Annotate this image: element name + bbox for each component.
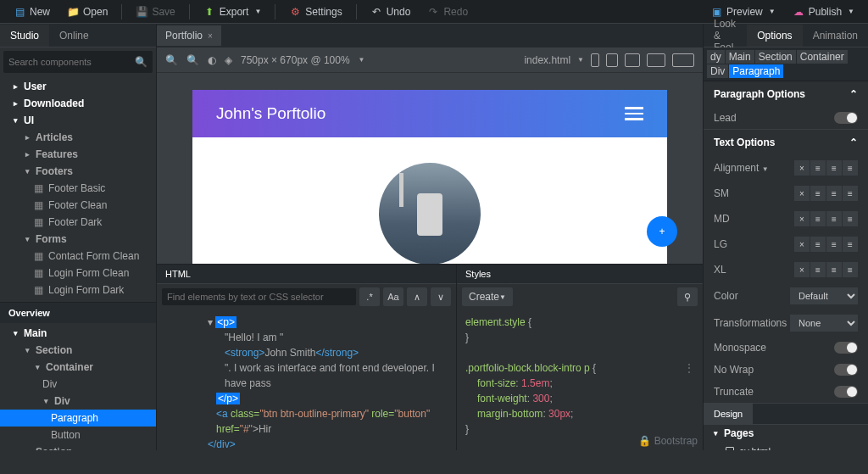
paragraph-options-hdr[interactable]: Paragraph Options⌃ [704, 81, 868, 107]
export-button[interactable]: ⬆Export▼ [197, 3, 269, 21]
ov-section[interactable]: ▾Section [0, 342, 156, 359]
design-tab[interactable]: Design [704, 404, 753, 424]
close-tab-icon[interactable]: × [208, 31, 213, 41]
crumb[interactable]: Div [707, 64, 728, 78]
prev-button[interactable]: ∧ [407, 287, 427, 306]
truncate-toggle[interactable] [834, 386, 858, 398]
device-laptop-icon[interactable] [625, 53, 640, 67]
html-code[interactable]: ▾ <p> "Hello! I am " <strong>John Smith<… [157, 309, 456, 450]
redo-button[interactable]: ↷Redo [420, 3, 475, 21]
save-button[interactable]: 💾Save [129, 3, 181, 21]
editor-area: Portfolio× 🔍 🔍 ◐ ◈ 750px × 670px @ 100%▼… [157, 24, 703, 450]
search-input[interactable] [8, 57, 135, 67]
contrast-icon[interactable]: ◐ [208, 54, 216, 66]
opt-sm: SM×≡≡≡ [704, 181, 868, 206]
transform-select[interactable]: None [790, 315, 858, 332]
new-button[interactable]: ▤New [7, 3, 57, 21]
fab-add-button[interactable]: + [647, 216, 677, 247]
regex-button[interactable]: .* [359, 287, 380, 306]
tree-downloaded[interactable]: ▸Downloaded [0, 95, 156, 112]
preview-navbar: John's Porftolio [192, 90, 667, 137]
tree-forms[interactable]: ▾Forms [0, 231, 156, 248]
tree-contact-clean[interactable]: ▦Contact Form Clean [0, 248, 156, 265]
html-panel-header[interactable]: HTML [157, 265, 456, 284]
create-button[interactable]: Create ▼ [462, 287, 513, 306]
align-none[interactable]: × [794, 160, 810, 176]
preview-avatar [379, 163, 481, 265]
tab-anim[interactable]: Animation [803, 25, 868, 47]
hamburger-icon[interactable] [625, 107, 643, 120]
filter-button[interactable]: ⚲ [677, 287, 698, 306]
color-select[interactable]: Default [790, 287, 858, 304]
device-wide-icon[interactable] [672, 53, 694, 67]
zoom-out-icon[interactable]: 🔍 [165, 54, 178, 66]
tree-user[interactable]: ▸User [0, 78, 156, 95]
chevron-down-icon[interactable]: ▼ [577, 56, 584, 64]
doc-name[interactable]: index.html [524, 54, 570, 66]
ov-paragraph[interactable]: Paragraph [0, 410, 156, 427]
overview-header[interactable]: Overview [0, 302, 156, 323]
tree-footers[interactable]: ▾Footers [0, 163, 156, 180]
design-pages[interactable]: ▾Pages [704, 425, 868, 442]
tree-features[interactable]: ▸Features [0, 146, 156, 163]
mono-toggle[interactable] [834, 342, 858, 354]
file-icon [726, 447, 734, 450]
device-desktop-icon[interactable] [647, 53, 665, 67]
ov-container[interactable]: ▾Container [0, 359, 156, 376]
right-panel: Look & Feel Options Animation dy Main Se… [703, 24, 868, 450]
crumb-active[interactable]: Paragraph [729, 64, 783, 78]
tab-online[interactable]: Online [49, 25, 99, 47]
ov-main[interactable]: ▾Main [0, 325, 156, 342]
file-cv[interactable]: cv.html [704, 443, 868, 450]
preview-canvas[interactable]: John's Porftolio [192, 90, 667, 264]
crumb[interactable]: dy [707, 50, 725, 64]
doc-tab-portfolio[interactable]: Portfolio× [157, 25, 221, 46]
tab-options[interactable]: Options [747, 25, 802, 47]
layers-icon[interactable]: ◈ [225, 54, 232, 66]
undo-button[interactable]: ↶Undo [364, 3, 418, 21]
tab-studio[interactable]: Studio [0, 25, 49, 47]
sidebar-tabs: Studio Online [0, 24, 156, 47]
tree-footer-basic[interactable]: ▦Footer Basic [0, 180, 156, 197]
ov-button[interactable]: Button [0, 427, 156, 443]
tree-login-clean[interactable]: ▦Login Form Clean [0, 265, 156, 282]
bootstrap-label: 🔒Bootstrap [638, 435, 698, 447]
find-input[interactable] [162, 288, 356, 305]
component-search[interactable]: 🔍 [3, 51, 153, 73]
device-phone-icon[interactable] [591, 53, 599, 67]
tree-footer-clean[interactable]: ▦Footer Clean [0, 197, 156, 214]
align-group: ×≡≡≡ [794, 160, 858, 176]
ov-div2[interactable]: ▾Div [0, 393, 156, 410]
device-tablet-icon[interactable] [606, 53, 618, 67]
tree-articles[interactable]: ▸Articles [0, 129, 156, 146]
text-options-hdr[interactable]: Text Options⌃ [704, 130, 868, 155]
crumb[interactable]: Main [726, 50, 754, 64]
styles-panel-header[interactable]: Styles [457, 265, 703, 284]
ov-section2[interactable]: ▸Section [0, 443, 156, 450]
next-button[interactable]: ∨ [431, 287, 451, 306]
settings-button[interactable]: ⚙Settings [282, 3, 348, 21]
crumb[interactable]: Container [797, 50, 848, 64]
align-right[interactable]: ≡ [843, 160, 858, 176]
nowrap-toggle[interactable] [834, 364, 858, 376]
case-button[interactable]: Aa [383, 287, 403, 306]
tree-footer-dark[interactable]: ▦Footer Dark [0, 214, 156, 231]
pages-list: cv.html hire-me.html index.html projects… [704, 442, 868, 450]
align-left[interactable]: ≡ [810, 160, 826, 176]
lead-toggle[interactable] [834, 112, 858, 124]
ov-div1[interactable]: Div [0, 376, 156, 393]
publish-button[interactable]: ☁Publish▼ [786, 3, 861, 21]
align-center[interactable]: ≡ [826, 160, 842, 176]
element-breadcrumb: dy Main Section Container Div Paragraph [704, 47, 868, 81]
tree-login-dark[interactable]: ▦Login Form Dark [0, 282, 156, 298]
tree-ui[interactable]: ▾UI [0, 112, 156, 129]
search-icon[interactable]: 🔍 [135, 56, 147, 68]
crumb[interactable]: Section [755, 50, 796, 64]
open-button[interactable]: 📁Open [60, 3, 114, 21]
zoom-in-icon[interactable]: 🔍 [186, 54, 199, 66]
chevron-down-icon[interactable]: ▼ [359, 56, 365, 64]
chevron-up-icon: ⌃ [849, 88, 858, 100]
canvas-viewport[interactable]: John's Porftolio + [157, 73, 703, 264]
chevron-down-icon[interactable]: ▼ [762, 165, 769, 173]
styles-code[interactable]: element.style { } .portfolio-block.block… [457, 309, 703, 450]
